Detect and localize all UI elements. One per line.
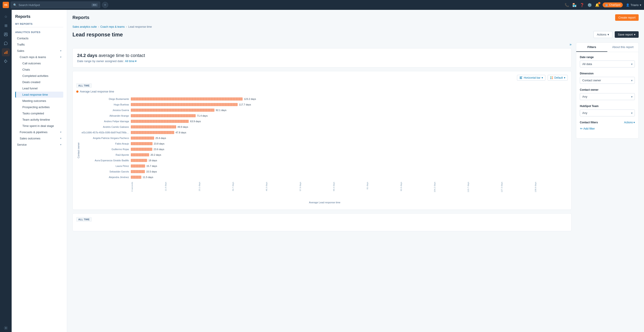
breadcrumb: Sales analytics suite › Coach reps & tea…: [72, 25, 639, 28]
reports-page-title: Reports: [72, 15, 90, 20]
tab-filters[interactable]: Filters: [576, 43, 607, 52]
create-report-button[interactable]: Create report: [615, 14, 639, 21]
filter-contact-filters: Contact filters Actions ▾ + + Add filter: [580, 121, 635, 130]
marketplace-icon[interactable]: 🏪: [572, 3, 577, 7]
svg-rect-12: [550, 76, 552, 77]
main-panel: » 24.2 days average time to contact Date…: [72, 42, 572, 231]
contact-owner-select[interactable]: Any: [580, 93, 635, 100]
nav-item-meeting-outcomes[interactable]: Meeting outcomes: [15, 98, 63, 104]
contact-filters-actions-link[interactable]: Actions ▾: [624, 121, 635, 124]
bar-track: 117.7 days: [131, 103, 568, 106]
bar-fill: [131, 114, 196, 117]
nav-item-tasks-completed[interactable]: Tasks completed: [15, 110, 63, 116]
save-report-button[interactable]: Save report ▾: [615, 31, 639, 38]
nav-item-lead-response-time[interactable]: Lead response time: [15, 92, 63, 98]
nav-item-forecasts[interactable]: Forecasts & pipelines ▾: [15, 129, 63, 135]
service-chevron-icon: ▾: [60, 143, 62, 146]
stats-summary-card: 24.2 days average time to contact Date r…: [72, 48, 572, 67]
bar-row: Fabio Araujo23.8 days: [82, 141, 568, 146]
bar-track: 25.6 days: [131, 136, 568, 140]
add-button[interactable]: +: [102, 2, 108, 8]
save-chevron-icon: ▾: [634, 33, 636, 36]
breadcrumb-coach-reps[interactable]: Coach reps & teams: [100, 25, 125, 28]
dimension-filter-label: Dimension: [580, 72, 635, 75]
nav-item-deals-created[interactable]: Deals created: [15, 79, 63, 85]
add-filter-button[interactable]: + + Add filter: [580, 127, 595, 130]
chart-color-button[interactable]: Default ▾: [548, 75, 568, 81]
bar-label: Jessica Guerra: [82, 109, 131, 111]
bar-fill: [131, 148, 152, 151]
stats-headline: 24.2 days average time to contact: [77, 53, 567, 58]
nav-icon-settings[interactable]: [2, 324, 10, 332]
color-chevron-icon: ▾: [564, 76, 565, 79]
left-nav-title: Reports: [15, 14, 63, 19]
svg-marker-7: [4, 60, 7, 63]
bars-container: Diego Bustamante123.2 daysHugo Buelvas11…: [82, 97, 568, 181]
chatspot-button[interactable]: 🤖 ChatSpot: [603, 2, 623, 7]
hubspot-team-select[interactable]: Any: [580, 109, 635, 116]
date-range-link[interactable]: All time ▾: [125, 59, 137, 63]
nav-icon-bookmark[interactable]: ☆: [2, 12, 10, 20]
svg-rect-9: [520, 77, 522, 77]
chart-type-icon: [520, 76, 522, 79]
nav-icon-automation[interactable]: [2, 57, 10, 65]
bar-label: Guillermo Rojas: [82, 148, 131, 151]
svg-rect-4: [4, 52, 5, 54]
top-nav-icons: 📞 🏪 ❓ ⚙️ 🔔 🤖 ChatSpot 👤 Triario ▾: [564, 2, 641, 7]
chart-type-button[interactable]: Horizontal bar ▾: [517, 75, 546, 81]
bar-fill: [131, 103, 238, 106]
bar-label: ef2c1686-457b-492b-93f8-6b0f74a5786b@del…: [82, 131, 131, 134]
nav-item-prospecting-activities[interactable]: Prospecting activities: [15, 104, 63, 110]
bar-fill: [131, 120, 189, 123]
nav-item-sales-outcomes[interactable]: Sales outcomes ▾: [15, 135, 63, 141]
bar-fill: [131, 125, 176, 128]
svg-rect-15: [552, 78, 553, 79]
tab-about-report[interactable]: About this report: [607, 43, 638, 52]
nav-item-sales[interactable]: Sales ▾: [15, 48, 63, 54]
nav-icon-contacts[interactable]: [2, 30, 10, 38]
bar-row: Alejandra Jiménez11.5 days: [82, 175, 568, 179]
phone-icon[interactable]: 📞: [564, 3, 569, 7]
dimension-select[interactable]: Contact owner: [580, 77, 635, 84]
breadcrumb-sales-analytics[interactable]: Sales analytics suite: [72, 25, 97, 28]
nav-item-call-outcomes[interactable]: Call outcomes: [15, 60, 63, 66]
actions-button[interactable]: Actions ▾: [594, 31, 612, 38]
right-panel-body: Date range All data Dimension Contact: [576, 52, 638, 138]
help-icon[interactable]: ❓: [580, 3, 584, 7]
settings-icon[interactable]: ⚙️: [588, 3, 592, 7]
nav-item-time-in-deal-stage[interactable]: Time spent in deal stage: [15, 123, 63, 129]
nav-item-coach-reps[interactable]: Coach reps & teams ▾: [15, 54, 63, 60]
nav-item-completed-activities[interactable]: Completed activities: [15, 73, 63, 79]
nav-item-traffic[interactable]: Traffic: [15, 41, 63, 47]
nav-item-chats[interactable]: Chats: [15, 67, 63, 73]
nav-icon-conversations[interactable]: [2, 39, 10, 47]
bar-value: 123.2 days: [244, 98, 256, 100]
x-axis-label: 34.7 days: [232, 182, 265, 192]
search-shortcut: ⌘K: [92, 3, 98, 7]
notifications-icon[interactable]: 🔔: [595, 3, 600, 7]
bar-label: Aléxander Arango: [82, 114, 131, 117]
bar-fill: [131, 176, 141, 179]
nav-item-team-activity-timeline[interactable]: Team activity timeline: [15, 117, 63, 123]
nav-icon-grid[interactable]: ⊞: [2, 21, 10, 29]
right-panel-tabs: Filters About this report: [576, 43, 638, 52]
user-menu[interactable]: 👤 Triario ▾: [626, 3, 641, 7]
bar-row: ef2c1686-457b-492b-93f8-6b0f74a5786b@del…: [82, 130, 568, 135]
bar-value: 49.9 days: [178, 126, 188, 128]
bar-track: 18 days: [131, 159, 568, 162]
expand-icon[interactable]: »: [570, 42, 572, 46]
bar-label: Hugo Buelvas: [82, 103, 131, 106]
bar-chart: Contact owner Diego Bustamante123.2 days…: [76, 97, 568, 206]
nav-item-service[interactable]: Service ▾: [15, 142, 63, 148]
bar-label: Diego Bustamante: [82, 98, 131, 100]
nav-item-lead-funnel[interactable]: Lead funnel: [15, 85, 63, 91]
bar-row: Aléxander Arango71.4 days: [82, 113, 568, 118]
nav-icon-reports[interactable]: [2, 48, 10, 56]
x-axis-label: 127.3 days: [500, 182, 534, 192]
filter-hubspot-team: HubSpot Team Any: [580, 105, 635, 116]
bar-row: Andres Felipe Idarraga63.9 days: [82, 119, 568, 124]
nav-item-contacts[interactable]: Contacts: [15, 35, 63, 41]
date-range-select[interactable]: All data: [580, 60, 635, 67]
search-bar[interactable]: 🔍 Search HubSpot ⌘K: [11, 1, 100, 8]
hubspot-logo[interactable]: HS: [3, 2, 9, 8]
